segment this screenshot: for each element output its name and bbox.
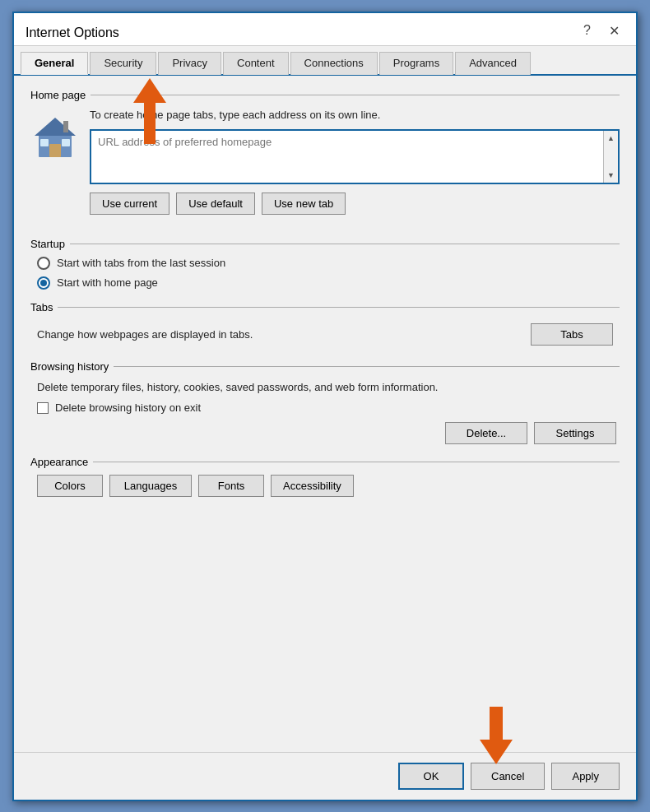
scroll-up-arrow[interactable]: ▲: [604, 132, 618, 144]
tab-security[interactable]: Security: [90, 52, 156, 75]
general-tab-content: Home page: [14, 76, 636, 752]
startup-section: Startup Start with tabs from the last se…: [30, 238, 620, 290]
colors-button[interactable]: Colors: [37, 475, 103, 497]
use-default-button[interactable]: Use default: [176, 193, 255, 215]
tab-content[interactable]: Content: [223, 52, 289, 75]
tabs-button[interactable]: Tabs: [531, 323, 613, 346]
dialog-title: Internet Options: [26, 26, 119, 40]
settings-button[interactable]: Settings: [534, 422, 616, 444]
homepage-buttons: Use current Use default Use new tab: [90, 193, 620, 215]
home-icon: [30, 111, 80, 160]
ok-button[interactable]: OK: [398, 763, 464, 790]
tabs-section-line: [58, 307, 620, 308]
browsing-history-section: Browsing history Delete temporary files,…: [30, 360, 620, 445]
close-button[interactable]: ✕: [604, 21, 624, 40]
homepage-line: [91, 95, 620, 95]
use-new-tab-button[interactable]: Use new tab: [262, 193, 346, 215]
bottom-bar: OK Cancel Apply: [14, 752, 636, 800]
tab-general[interactable]: General: [21, 52, 88, 75]
tabs-row: Change how webpages are displayed in tab…: [30, 320, 620, 349]
fonts-button[interactable]: Fonts: [198, 475, 264, 497]
startup-line: [70, 244, 620, 244]
svg-marker-1: [35, 118, 76, 136]
startup-option2-label: Start with home page: [57, 276, 158, 289]
internet-options-dialog: Internet Options ? ✕ General Security Pr…: [12, 12, 638, 801]
homepage-header: Home page: [30, 89, 620, 101]
textarea-scrollbar: ▲ ▼: [603, 131, 618, 183]
delete-button[interactable]: Delete...: [445, 422, 527, 444]
tab-privacy[interactable]: Privacy: [158, 52, 221, 75]
checkbox-row: Delete browsing history on exit: [30, 401, 620, 414]
startup-option1[interactable]: Start with tabs from the last session: [37, 257, 620, 270]
history-description: Delete temporary files, history, cookies…: [30, 379, 620, 396]
use-current-button[interactable]: Use current: [90, 193, 169, 215]
appearance-header: Appearance: [30, 456, 620, 468]
tab-advanced[interactable]: Advanced: [455, 52, 531, 75]
history-header: Browsing history: [30, 360, 620, 373]
title-controls: ? ✕: [578, 21, 624, 45]
radio-circle-1: [37, 257, 50, 270]
startup-header: Startup: [30, 238, 620, 250]
url-input-wrap: ▲ ▼: [90, 129, 620, 184]
startup-title: Startup: [30, 238, 65, 250]
tabs-section-title: Tabs: [30, 301, 53, 313]
appearance-buttons: Colors Languages Fonts Accessibility: [30, 475, 620, 497]
startup-option2[interactable]: Start with home page: [37, 276, 620, 290]
appearance-line: [93, 462, 620, 462]
tabs-section-header: Tabs: [30, 301, 620, 313]
appearance-title: Appearance: [30, 456, 88, 468]
homepage-title: Home page: [30, 89, 86, 101]
languages-button[interactable]: Languages: [109, 475, 192, 497]
svg-rect-3: [40, 139, 49, 146]
delete-history-label: Delete browsing history on exit: [55, 401, 201, 414]
radio-dot-2: [40, 280, 47, 286]
apply-button[interactable]: Apply: [551, 763, 620, 790]
title-bar: Internet Options ? ✕: [14, 13, 636, 46]
delete-history-checkbox[interactable]: [37, 402, 49, 414]
svg-rect-2: [49, 144, 61, 157]
tabs-bar: General Security Privacy Content Connect…: [14, 46, 636, 76]
tab-programs[interactable]: Programs: [379, 52, 453, 75]
svg-rect-4: [62, 139, 70, 146]
homepage-description: To create home page tabs, type each addr…: [90, 108, 620, 123]
cancel-button[interactable]: Cancel: [471, 763, 545, 790]
history-line: [114, 366, 620, 367]
svg-rect-5: [63, 121, 68, 132]
tabs-description: Change how webpages are displayed in tab…: [37, 328, 253, 341]
startup-option1-label: Start with tabs from the last session: [57, 257, 225, 269]
tab-connections[interactable]: Connections: [290, 52, 378, 75]
appearance-section: Appearance Colors Languages Fonts Access…: [30, 456, 620, 497]
radio-circle-2: [37, 276, 50, 290]
history-buttons: Delete... Settings: [30, 422, 620, 444]
help-button[interactable]: ?: [578, 21, 596, 39]
startup-radio-group: Start with tabs from the last session St…: [30, 257, 620, 290]
accessibility-button[interactable]: Accessibility: [271, 475, 354, 497]
homepage-section: Home page: [30, 89, 620, 215]
title-bar-left: Internet Options: [26, 26, 119, 40]
history-title: Browsing history: [30, 360, 109, 373]
homepage-right: To create home page tabs, type each addr…: [90, 108, 620, 215]
scroll-down-arrow[interactable]: ▼: [604, 169, 618, 181]
homepage-inner: To create home page tabs, type each addr…: [30, 108, 620, 215]
url-textarea[interactable]: [91, 131, 618, 180]
tabs-section: Tabs Change how webpages are displayed i…: [30, 301, 620, 349]
